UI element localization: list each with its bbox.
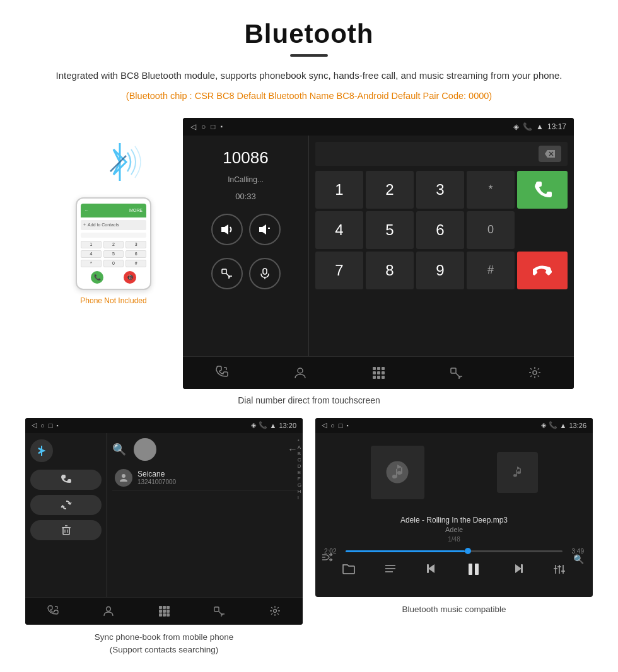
contacts-nav-call[interactable] — [40, 598, 66, 623]
sidebar-delete-button[interactable] — [30, 520, 102, 540]
key-9[interactable]: 9 — [416, 252, 464, 289]
key-zero[interactable]: 0 — [467, 211, 515, 249]
nav-call-button[interactable] — [209, 360, 235, 385]
alpha-A[interactable]: A — [298, 444, 301, 450]
phone-key-7[interactable]: * — [81, 260, 102, 267]
music-search-icon[interactable]: 🔍 — [573, 554, 584, 564]
phone-end-button[interactable]: 📵 — [124, 271, 136, 284]
alpha-star[interactable]: * — [298, 438, 301, 444]
music-call-icon: 📞 — [549, 421, 557, 429]
svg-rect-20 — [382, 371, 385, 374]
contacts-nav-grid[interactable] — [151, 598, 177, 623]
sidebar-sync-button[interactable] — [30, 495, 102, 515]
contacts-nav-person-icon — [103, 605, 114, 617]
svg-rect-56 — [469, 564, 472, 575]
phone-key-1[interactable]: 1 — [81, 241, 102, 248]
key-8[interactable]: 8 — [366, 252, 414, 289]
contacts-caption-line1: Sync phone-book from mobile phone — [95, 632, 234, 642]
music-play-button[interactable] — [467, 562, 482, 579]
phone-end-icon — [533, 261, 552, 280]
call-answer-button[interactable] — [517, 171, 568, 209]
contacts-nav-settings[interactable] — [262, 598, 288, 623]
nav-contacts-button[interactable] — [288, 360, 313, 385]
alpha-H[interactable]: H — [298, 489, 301, 494]
volume-down-button[interactable] — [249, 214, 281, 245]
phone-key-8[interactable]: 0 — [103, 260, 124, 267]
call-end-button[interactable] — [517, 252, 568, 289]
album-cover-right — [497, 452, 538, 493]
music-status-left: ◁ ○ □ ▪ — [322, 421, 349, 429]
key-2[interactable]: 2 — [366, 171, 414, 209]
music-home-icon[interactable]: ○ — [330, 422, 335, 429]
recent-nav-icon[interactable]: □ — [211, 122, 215, 131]
contacts-home-icon[interactable]: ○ — [40, 422, 45, 429]
contacts-caption-line2: (Support contacts searching) — [110, 645, 219, 654]
phone-key-3[interactable]: 3 — [125, 241, 146, 248]
nav-settings-button[interactable] — [522, 360, 547, 385]
alpha-F[interactable]: F — [298, 476, 301, 482]
contacts-search-icon[interactable]: 🔍 — [112, 443, 126, 456]
sidebar-trash-icon — [61, 524, 72, 536]
transfer-call-button[interactable] — [211, 258, 243, 289]
phone-key-5[interactable]: 5 — [103, 250, 124, 258]
music-recent-icon[interactable]: □ — [339, 422, 343, 429]
alphabet-list: * A B C D E F G H I — [298, 438, 301, 501]
music-loc-icon: ◈ — [541, 421, 546, 429]
key-3[interactable]: 3 — [416, 171, 464, 209]
contacts-caption: Sync phone-book from mobile phone (Suppo… — [25, 631, 303, 657]
contacts-back-icon[interactable]: ◁ — [32, 421, 37, 429]
svg-rect-19 — [377, 371, 380, 374]
phone-key-4[interactable]: 4 — [81, 250, 102, 258]
shuffle-icon[interactable] — [322, 553, 333, 564]
sidebar-sync-icon — [61, 499, 72, 511]
phone-key-2[interactable]: 2 — [103, 241, 124, 248]
phone-key-9[interactable]: # — [125, 260, 146, 267]
sidebar-bluetooth-icon[interactable] — [30, 439, 53, 462]
music-prev-button[interactable] — [426, 563, 438, 577]
music-next-button[interactable] — [511, 563, 524, 577]
contact-info: Seicane 13241007000 — [137, 470, 176, 485]
music-eq-button[interactable] — [553, 564, 566, 577]
alpha-B[interactable]: B — [298, 451, 301, 456]
contacts-nav-transfer[interactable] — [207, 598, 232, 623]
key-6[interactable]: 6 — [416, 211, 464, 249]
alpha-D[interactable]: D — [298, 463, 301, 469]
key-7[interactable]: 7 — [315, 252, 363, 289]
sidebar-call-button[interactable] — [30, 470, 102, 490]
svg-rect-15 — [373, 367, 376, 370]
nav-keypad-button[interactable] — [366, 360, 391, 385]
music-controls — [322, 562, 586, 579]
contacts-recent-icon[interactable]: □ — [49, 422, 53, 429]
mute-button[interactable] — [249, 258, 281, 289]
contacts-nav-person[interactable] — [96, 598, 121, 623]
contact-item-seicane[interactable]: Seicane 13241007000 — [112, 466, 298, 490]
music-back-icon[interactable]: ◁ — [322, 421, 327, 429]
key-5[interactable]: 5 — [366, 211, 414, 249]
home-nav-icon[interactable]: ○ — [201, 122, 206, 131]
volume-up-button[interactable] — [211, 214, 243, 245]
key-1[interactable]: 1 — [315, 171, 363, 209]
prev-icon — [426, 563, 438, 574]
alpha-C[interactable]: C — [298, 457, 301, 463]
phone-key-6[interactable]: 6 — [125, 250, 146, 258]
contact-number: 13241007000 — [137, 478, 176, 485]
progress-dot[interactable] — [465, 548, 471, 554]
backspace-button[interactable] — [539, 146, 561, 162]
alpha-I[interactable]: I — [298, 495, 301, 501]
back-nav-icon[interactable]: ◁ — [190, 122, 196, 131]
alpha-G[interactable]: G — [298, 482, 301, 488]
key-4[interactable]: 4 — [315, 211, 363, 249]
progress-bar-container[interactable] — [346, 550, 563, 552]
sidebar-call-icon — [61, 474, 72, 485]
nav-transfer-button[interactable] — [444, 360, 469, 385]
key-hash[interactable]: # — [467, 252, 515, 289]
music-folder-button[interactable] — [342, 563, 355, 577]
contact-name: Seicane — [137, 470, 176, 478]
music-layout: Adele - Rolling In the Deep.mp3 Adele 1/… — [315, 433, 593, 597]
alpha-E[interactable]: E — [298, 470, 301, 475]
contacts-back-arrow[interactable]: ← — [288, 444, 298, 455]
music-playlist-button[interactable] — [384, 563, 397, 577]
key-star[interactable]: * — [467, 171, 515, 209]
phone-call-button[interactable]: 📞 — [91, 271, 103, 284]
orange-info: (Bluetooth chip : CSR BC8 Default Blueto… — [25, 88, 593, 104]
